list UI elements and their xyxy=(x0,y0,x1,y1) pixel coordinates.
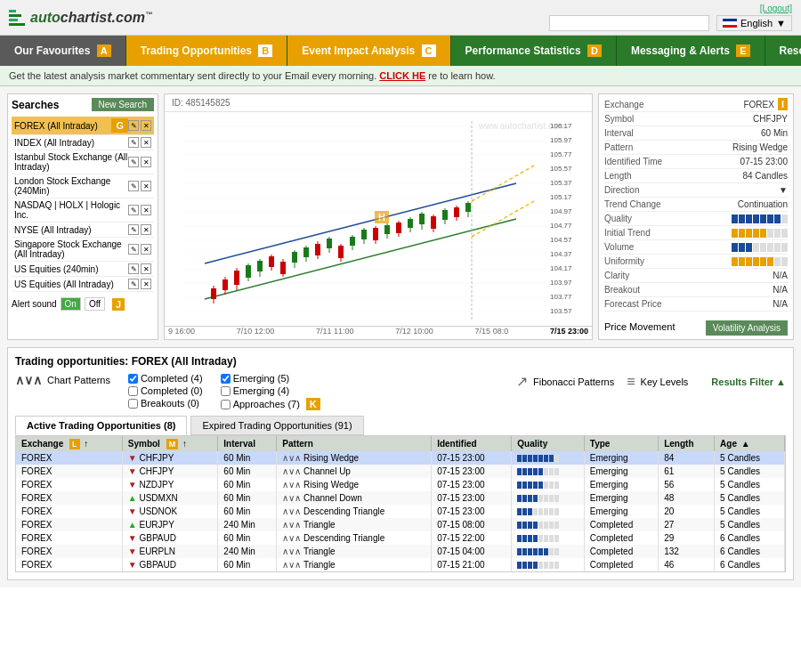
nav-label-b: Trading Opportunities xyxy=(141,45,252,57)
table-row[interactable]: FOREX ▼ NZDJPY 60 Min ∧∨∧ Rising Wedge 0… xyxy=(16,478,785,491)
search-item-london[interactable]: London Stock Exchange (240Min) ✎ ✕ xyxy=(12,174,154,198)
search-item-us-equities-all[interactable]: US Equities (All Intraday) ✎ ✕ xyxy=(12,277,154,292)
emerging-4-checkbox[interactable] xyxy=(221,386,231,396)
sound-off-button[interactable]: Off xyxy=(85,297,105,311)
quality-cell-bar xyxy=(554,535,559,542)
approaches-7-checkbox[interactable] xyxy=(221,400,231,409)
nav-trading-opportunities[interactable]: Trading Opportunities B xyxy=(126,36,288,66)
trend-down-icon: ▼ xyxy=(128,506,137,516)
nav-messaging-alerts[interactable]: Messaging & Alerts E xyxy=(617,36,765,66)
search-input[interactable] xyxy=(549,15,709,31)
col-interval[interactable]: Interval xyxy=(218,436,277,451)
col-exchange[interactable]: Exchange L ↑ xyxy=(16,436,122,451)
search-item-us-equities-240[interactable]: US Equities (240min) ✎ ✕ xyxy=(12,262,154,277)
cell-interval: 240 Min xyxy=(218,545,277,558)
edit-icon-9[interactable]: ✎ xyxy=(128,279,139,289)
table-row[interactable]: FOREX ▲ EURJPY 240 Min ∧∨∧ Triangle 07-1… xyxy=(16,518,785,531)
nav-label-f: Resources & Education xyxy=(780,45,802,57)
search-item-singapore[interactable]: Singapore Stock Exchange (All Intraday) … xyxy=(12,238,154,262)
table-row[interactable]: FOREX ▼ CHFJPY 60 Min ∧∨∧ Channel Up 07-… xyxy=(16,465,785,478)
close-icon-5[interactable]: ✕ xyxy=(141,205,151,215)
x-label-5: 7/15 08:0 xyxy=(475,327,509,336)
cell-quality xyxy=(512,558,585,571)
table-row[interactable]: FOREX ▼ EURPLN 240 Min ∧∨∧ Triangle 07-1… xyxy=(16,545,785,558)
logout-link[interactable]: [Logout] xyxy=(760,4,792,13)
table-row[interactable]: FOREX ▼ GBPAUD 60 Min ∧∨∧ Descending Tri… xyxy=(16,531,785,545)
badge-h: H xyxy=(375,211,389,223)
table-row[interactable]: FOREX ▼ CHFJPY 60 Min ∧∨∧ Rising Wedge 0… xyxy=(16,451,785,465)
close-icon-2[interactable]: ✕ xyxy=(141,137,151,148)
table-row[interactable]: FOREX ▼ USDNOK 60 Min ∧∨∧ Descending Tri… xyxy=(16,505,785,518)
quality-cell-bar xyxy=(538,535,543,542)
volatility-analysis-button[interactable]: Volatility Analysis xyxy=(706,320,788,336)
edit-icon-4[interactable]: ✎ xyxy=(128,181,139,191)
main-content: Searches New Search FOREX (All Intraday)… xyxy=(0,86,801,347)
edit-icon-2[interactable]: ✎ xyxy=(128,137,139,148)
completed-0-checkbox[interactable] xyxy=(128,386,138,396)
cell-pattern: ∧∨∧ Rising Wedge xyxy=(277,478,432,491)
cell-pattern: ∧∨∧ Channel Up xyxy=(277,465,432,478)
edit-icon-7[interactable]: ✎ xyxy=(128,244,139,255)
nav-our-favourites[interactable]: Our Favourites A xyxy=(0,36,126,66)
cell-identified: 07-15 22:00 xyxy=(432,531,512,545)
quality-cell-bar xyxy=(533,455,538,462)
search-item-index-intraday[interactable]: INDEX (All Intraday) ✎ ✕ xyxy=(12,135,154,150)
col-quality[interactable]: Quality xyxy=(512,436,585,451)
approaches-7-label[interactable]: Approaches (7) K xyxy=(221,398,320,410)
close-icon-9[interactable]: ✕ xyxy=(141,279,151,289)
pattern-icon: ∧∨∧ xyxy=(282,533,301,543)
tab-expired-opportunities[interactable]: Expired Trading Opportunities (91) xyxy=(190,416,363,435)
search-item-nyse[interactable]: NYSE (All Intraday) ✎ ✕ xyxy=(12,223,154,238)
quality-cell-bar xyxy=(522,508,527,515)
search-item-nasdaq[interactable]: NASDAQ | HOLX | Hologic Inc. ✎ ✕ xyxy=(12,198,154,223)
close-icon-4[interactable]: ✕ xyxy=(141,181,151,191)
quality-cell-bar xyxy=(554,522,559,529)
emerging-4-label[interactable]: Emerging (4) xyxy=(221,385,320,396)
table-row[interactable]: FOREX ▲ USDMXN 60 Min ∧∨∧ Channel Down 0… xyxy=(16,491,785,505)
edit-icon-6[interactable]: ✎ xyxy=(128,224,139,235)
quality-cell-bar xyxy=(517,508,522,515)
new-search-button[interactable]: New Search xyxy=(92,98,154,111)
quality-cell-bar xyxy=(554,562,559,569)
search-item-istanbul[interactable]: Istanbul Stock Exchange (All Intraday) ✎… xyxy=(12,150,154,174)
info-forecast-price: Forecast Price N/A xyxy=(604,297,788,312)
col-type[interactable]: Type xyxy=(584,436,658,451)
close-icon-8[interactable]: ✕ xyxy=(141,263,151,274)
edit-icon[interactable]: ✎ xyxy=(128,120,139,131)
tab-active-opportunities[interactable]: Active Trading Opportunities (8) xyxy=(15,416,187,435)
nav-resources-education[interactable]: Resources & Education F xyxy=(765,36,802,66)
close-icon-7[interactable]: ✕ xyxy=(141,244,151,255)
sound-on-button[interactable]: On xyxy=(61,297,81,311)
header-right: [Logout] English ▼ xyxy=(549,4,792,31)
edit-icon-5[interactable]: ✎ xyxy=(128,205,139,215)
nav-label-a: Our Favourites xyxy=(14,45,90,57)
svg-text:104.57: 104.57 xyxy=(550,236,572,244)
close-icon[interactable]: ✕ xyxy=(141,120,151,131)
breakouts-0-label[interactable]: Breakouts (0) xyxy=(128,398,203,409)
emerging-5-label[interactable]: Emerging (5) xyxy=(221,373,320,384)
breakouts-0-checkbox[interactable] xyxy=(128,399,138,409)
nav-performance-statistics[interactable]: Performance Statistics D xyxy=(451,36,617,66)
edit-icon-3[interactable]: ✎ xyxy=(128,157,139,167)
completed-4-label[interactable]: Completed (4) xyxy=(128,373,203,384)
completed-4-checkbox[interactable] xyxy=(128,374,138,384)
results-filter-link[interactable]: Results Filter ▲ xyxy=(711,376,786,387)
col-symbol[interactable]: Symbol M ↑ xyxy=(122,436,218,451)
search-item-forex-intraday[interactable]: FOREX (All Intraday) G ✎ ✕ xyxy=(12,117,154,135)
table-row[interactable]: FOREX ▼ GBPAUD 60 Min ∧∨∧ Triangle 07-15… xyxy=(16,558,785,571)
quality-cell-bar xyxy=(528,455,532,462)
col-identified[interactable]: Identified xyxy=(432,436,512,451)
col-age[interactable]: Age ▲ xyxy=(715,436,785,451)
quality-cell-bar xyxy=(554,495,559,502)
completed-0-label[interactable]: Completed (0) xyxy=(128,385,203,396)
col-pattern[interactable]: Pattern xyxy=(277,436,432,451)
close-icon-6[interactable]: ✕ xyxy=(141,224,151,235)
notif-link[interactable]: CLICK HE xyxy=(379,70,425,81)
badge-l-col: L xyxy=(69,439,80,449)
language-selector[interactable]: English ▼ xyxy=(716,15,792,31)
edit-icon-8[interactable]: ✎ xyxy=(128,263,139,274)
emerging-5-checkbox[interactable] xyxy=(221,374,231,384)
nav-event-impact-analysis[interactable]: Event Impact Analysis C xyxy=(287,36,450,66)
col-length[interactable]: Length xyxy=(659,436,715,451)
close-icon-3[interactable]: ✕ xyxy=(141,157,151,167)
